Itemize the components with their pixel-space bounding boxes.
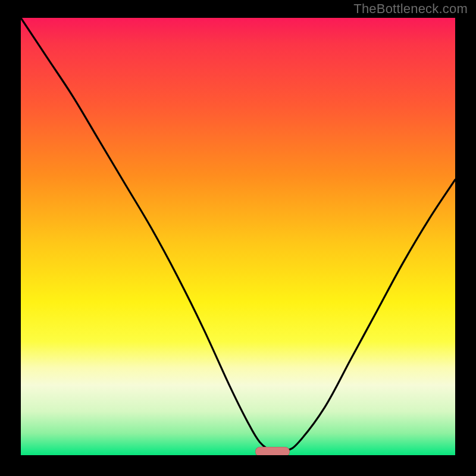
chart-frame: TheBottleneck.com <box>0 0 476 476</box>
plot-area <box>21 18 455 455</box>
watermark-text: TheBottleneck.com <box>353 1 468 17</box>
bottleneck-curve <box>21 18 455 452</box>
optimal-marker <box>255 447 290 455</box>
curve-svg <box>21 18 455 455</box>
